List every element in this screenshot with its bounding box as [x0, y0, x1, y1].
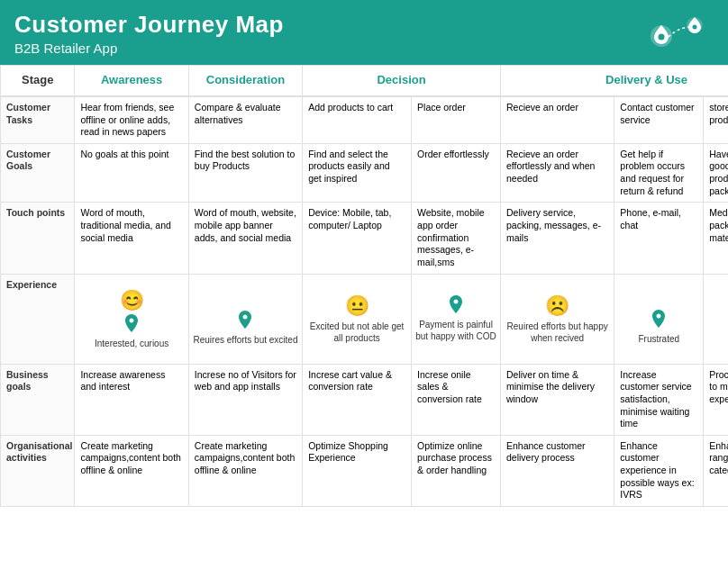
exp-delivery1: ☹️ Reuired efforts but happy when recive…: [500, 274, 614, 364]
cg-awareness: No goals at this point: [75, 143, 188, 203]
customer-tasks-row: Customer Tasks Hear from friends, see of…: [1, 96, 729, 143]
tp-delivery2: Phone, e-mail, chat: [614, 203, 704, 274]
exp-text-5: Frustrated: [638, 333, 679, 345]
org-awareness: Create marketing campaigns,content both …: [75, 435, 188, 506]
exp-delivery3: Satisfied: [704, 274, 728, 364]
bg-awareness: Increase awareness and interest: [75, 364, 188, 435]
bg-decision1: Increse cart value & conversion rate: [303, 364, 412, 435]
pin-icon-3: [448, 295, 464, 317]
svg-point-3: [693, 25, 697, 30]
ct-decision1: Add products to cart: [303, 96, 412, 143]
ct-delivery1: Recieve an order: [500, 96, 614, 143]
tp-decision2: Website, mobile app order confirmation m…: [412, 203, 501, 274]
ct-delivery2: Contact customer service: [614, 96, 704, 143]
tp-consideration: Word of mouth, website, mobile app banne…: [188, 203, 302, 274]
org-decision1: Optimize Shopping Experience: [303, 435, 412, 506]
tp-delivery3: Medicines, packages, other materials: [704, 203, 728, 274]
exp-text-1: Reuires efforts but excited: [193, 334, 297, 346]
cg-delivery3: Have the right and good quality products…: [704, 143, 728, 203]
th-stage: Stage: [1, 66, 75, 96]
header-row: Stage Awareness Consideration Decision D…: [1, 66, 729, 96]
exp-decision2: Payment is painful but happy with COD: [412, 274, 501, 364]
business-goals-label: Business goals: [1, 364, 75, 435]
emoji-happy-0: 😊: [120, 288, 144, 314]
experience-label: Experience: [1, 274, 75, 364]
cg-delivery1: Recieve an order effortlessly and when n…: [500, 143, 614, 203]
customer-goals-label: Customer Goals: [1, 143, 75, 203]
org-delivery1: Enhance customer delivery process: [500, 435, 614, 506]
exp-text-0: Interested, curious: [95, 338, 168, 349]
tp-delivery1: Delivery service, packing, messages, e-m…: [500, 203, 614, 274]
bg-decision2: Increse onile sales & conversion rate: [412, 364, 501, 435]
ct-consideration: Compare & evaluate alternatives: [188, 96, 302, 143]
org-delivery2: Enhance customer experience in possible …: [614, 435, 704, 506]
bg-delivery3: Procure products to match expectations: [704, 364, 728, 435]
th-decision: Decision: [303, 66, 501, 96]
page-subtitle: B2B Retailer App: [14, 41, 714, 56]
emoji-sad-4: ☹️: [545, 294, 569, 320]
bg-delivery2: Increase customer service satisfaction, …: [614, 364, 704, 435]
cg-decision2: Order effortlessly: [412, 143, 501, 203]
th-awareness: Awareness: [75, 66, 188, 96]
exp-awareness: 😊 Interested, curious: [75, 274, 188, 364]
cg-decision1: Find and select the products easily and …: [303, 143, 412, 203]
exp-text-3: Payment is painful but happy with COD: [414, 319, 498, 342]
page-title: Customer Journey Map: [14, 11, 714, 39]
pin-icon-1: [237, 311, 253, 332]
journey-map-table: Stage Awareness Consideration Decision D…: [0, 65, 728, 507]
ct-delivery3: store/Sell products: [704, 96, 728, 143]
header: Customer Journey Map B2B Retailer App: [0, 0, 728, 65]
experience-row: Experience 😊 Interested, curious Reuires…: [1, 274, 729, 364]
bg-delivery1: Deliver on time & minimise the delivery …: [500, 364, 614, 435]
tp-decision1: Device: Mobile, tab, computer/ Laptop: [303, 203, 412, 274]
ct-awareness: Hear from friends, see offline or online…: [75, 96, 188, 143]
org-delivery3: Enhance products range & categories: [704, 435, 728, 506]
bg-consideration: Increse no of Visitors for web and app i…: [188, 364, 302, 435]
org-decision2: Optimize online purchase process & order…: [412, 435, 501, 506]
emoji-neutral-2: 😐: [345, 294, 369, 320]
touch-points-row: Touch points Word of mouth, traditional …: [1, 203, 729, 274]
cg-delivery2: Get help if problem occurs and request f…: [614, 143, 704, 203]
exp-decision1: 😐 Excited but not able get all products: [303, 274, 412, 364]
ct-decision2: Place order: [412, 96, 501, 143]
organisational-row: Organisational activities Create marketi…: [1, 435, 729, 506]
pin-icon-5: [651, 310, 667, 331]
map-icon: [645, 9, 717, 59]
cg-consideration: Find the best solution to buy Products: [188, 143, 302, 203]
business-goals-row: Business goals Increase awareness and in…: [1, 364, 729, 435]
svg-point-1: [659, 34, 665, 41]
org-label: Organisational activities: [1, 435, 75, 506]
tp-awareness: Word of mouth, traditional media, and so…: [75, 203, 188, 274]
journey-map-table-wrap: Stage Awareness Consideration Decision D…: [0, 65, 728, 507]
org-consideration: Create marketing campaigns,content both …: [188, 435, 302, 506]
exp-delivery2: Frustrated: [614, 274, 704, 364]
exp-text-4: Reuired efforts but happy when recived: [503, 321, 612, 344]
exp-consideration: Reuires efforts but excited: [188, 274, 302, 364]
customer-goals-row: Customer Goals No goals at this point Fi…: [1, 143, 729, 203]
customer-tasks-label: Customer Tasks: [1, 96, 75, 143]
pin-icon-0: [123, 314, 140, 336]
th-consideration: Consideration: [188, 66, 302, 96]
exp-text-2: Excited but not able get all products: [305, 321, 409, 344]
th-delivery: Delivery & Use: [500, 66, 728, 96]
touch-points-label: Touch points: [1, 203, 75, 274]
